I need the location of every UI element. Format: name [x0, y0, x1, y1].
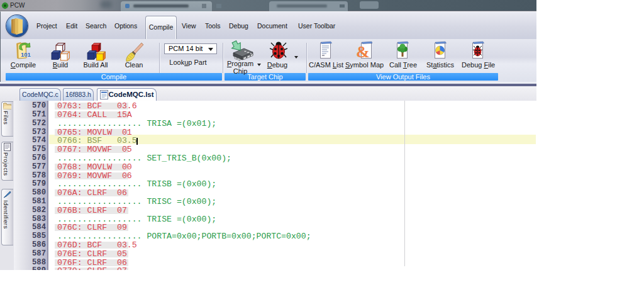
svg-text:&: & — [356, 43, 370, 60]
svg-text:101: 101 — [21, 51, 31, 58]
